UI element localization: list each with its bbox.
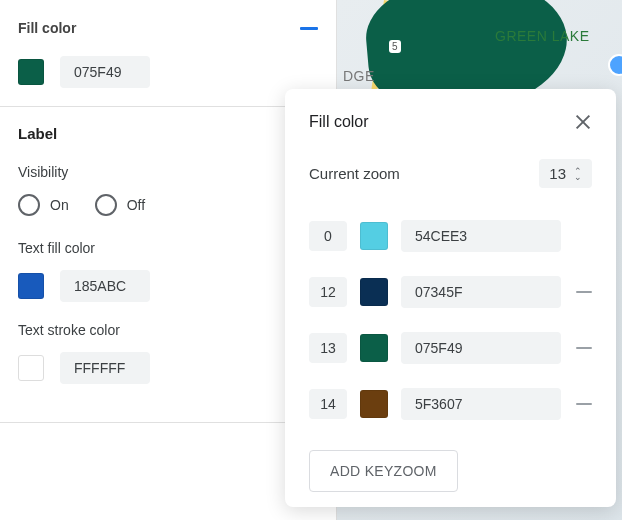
zoom-stop-hex-input[interactable]: 075F49 bbox=[401, 332, 561, 364]
text-fill-swatch[interactable] bbox=[18, 273, 44, 299]
remove-stop-icon[interactable] bbox=[576, 291, 592, 293]
zoom-stop-number[interactable]: 0 bbox=[309, 221, 347, 251]
text-stroke-swatch[interactable] bbox=[18, 355, 44, 381]
stepper-arrows-icon[interactable]: ⌃⌄ bbox=[574, 168, 582, 180]
collapse-icon[interactable] bbox=[300, 27, 318, 30]
zoom-stop-hex-input[interactable]: 54CEE3 bbox=[401, 220, 561, 252]
label-section-title: Label bbox=[18, 125, 318, 142]
zoom-value: 13 bbox=[549, 165, 566, 182]
road-shield: 5 bbox=[389, 40, 401, 53]
zoom-stop-row: 054CEE3 bbox=[309, 220, 592, 252]
zoom-stop-swatch[interactable] bbox=[360, 334, 388, 362]
zoom-stop-row: 1207345F bbox=[309, 276, 592, 308]
zoom-stop-row: 13075F49 bbox=[309, 332, 592, 364]
zoom-stop-number[interactable]: 14 bbox=[309, 389, 347, 419]
zoom-stop-row: 145F3607 bbox=[309, 388, 592, 420]
radio-label: Off bbox=[127, 197, 145, 213]
visibility-label: Visibility bbox=[18, 164, 318, 180]
remove-stop-icon[interactable] bbox=[576, 347, 592, 349]
text-fill-hex-input[interactable]: 185ABC bbox=[60, 270, 150, 302]
remove-stop-icon[interactable] bbox=[576, 403, 592, 405]
zoom-stop-number[interactable]: 12 bbox=[309, 277, 347, 307]
add-keyzoom-button[interactable]: ADD KEYZOOM bbox=[309, 450, 458, 492]
zoom-stop-swatch[interactable] bbox=[360, 278, 388, 306]
map-place-label: DGE bbox=[343, 68, 375, 84]
radio-icon bbox=[18, 194, 40, 216]
text-stroke-hex-input[interactable]: FFFFFF bbox=[60, 352, 150, 384]
zoom-stop-number[interactable]: 13 bbox=[309, 333, 347, 363]
current-zoom-label: Current zoom bbox=[309, 165, 400, 182]
close-icon[interactable] bbox=[574, 113, 592, 131]
visibility-on-option[interactable]: On bbox=[18, 194, 69, 216]
location-marker-icon bbox=[608, 54, 622, 76]
visibility-radio-group: On Off bbox=[18, 194, 318, 216]
fill-color-hex-input[interactable]: 075F49 bbox=[60, 56, 150, 88]
visibility-off-option[interactable]: Off bbox=[95, 194, 145, 216]
zoom-stop-hex-input[interactable]: 07345F bbox=[401, 276, 561, 308]
text-fill-label: Text fill color bbox=[18, 240, 318, 256]
popup-title: Fill color bbox=[309, 113, 369, 131]
fill-color-popup: Fill color Current zoom 13 ⌃⌄ 054CEE3120… bbox=[285, 89, 616, 507]
zoom-stepper[interactable]: 13 ⌃⌄ bbox=[539, 159, 592, 188]
zoom-stop-swatch[interactable] bbox=[360, 390, 388, 418]
radio-label: On bbox=[50, 197, 69, 213]
zoom-stop-hex-input[interactable]: 5F3607 bbox=[401, 388, 561, 420]
radio-icon bbox=[95, 194, 117, 216]
zoom-stop-swatch[interactable] bbox=[360, 222, 388, 250]
map-place-label: GREEN LAKE bbox=[495, 28, 589, 44]
fill-color-swatch[interactable] bbox=[18, 59, 44, 85]
fill-color-section: Fill color 075F49 bbox=[0, 0, 336, 106]
text-stroke-label: Text stroke color bbox=[18, 322, 318, 338]
fill-color-title: Fill color bbox=[18, 20, 76, 36]
